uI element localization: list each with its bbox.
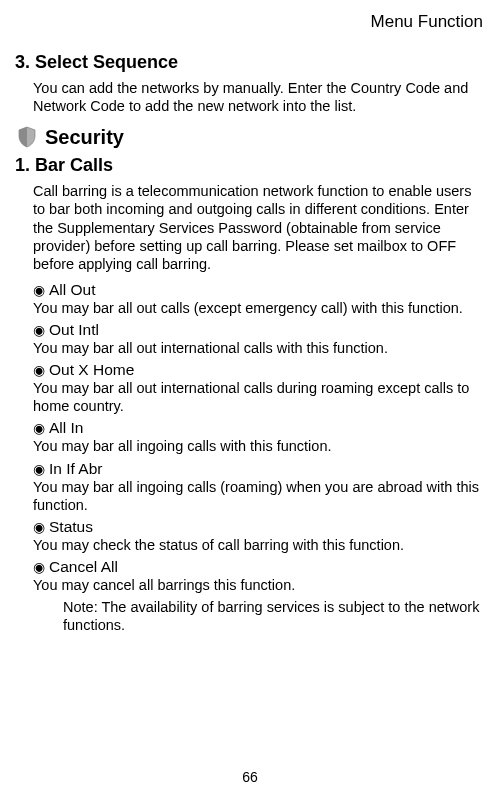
security-heading-row: Security xyxy=(15,125,485,149)
bullet-icon: ◉ xyxy=(33,462,45,476)
bullet-icon: ◉ xyxy=(33,560,45,574)
item-status-title: ◉ Status xyxy=(33,518,485,536)
item-all-out-title: ◉ All Out xyxy=(33,281,485,299)
item-all-out-desc: You may bar all out calls (except emerge… xyxy=(33,299,485,317)
bullet-icon: ◉ xyxy=(33,283,45,297)
item-label: All In xyxy=(49,419,83,437)
bar-calls-note: Note: The availability of barring servic… xyxy=(63,598,485,634)
item-status-desc: You may check the status of call barring… xyxy=(33,536,485,554)
item-cancel-all-desc: You may cancel all barrings this functio… xyxy=(33,576,485,594)
item-label: Cancel All xyxy=(49,558,118,576)
item-out-intl-desc: You may bar all out international calls … xyxy=(33,339,485,357)
item-in-if-abr-desc: You may bar all ingoing calls (roaming) … xyxy=(33,478,485,514)
item-label: In If Abr xyxy=(49,460,102,478)
item-out-x-home-desc: You may bar all out international calls … xyxy=(33,379,485,415)
section-select-sequence-title: 3. Select Sequence xyxy=(15,52,485,73)
item-out-intl-title: ◉ Out Intl xyxy=(33,321,485,339)
item-label: Status xyxy=(49,518,93,536)
bullet-icon: ◉ xyxy=(33,323,45,337)
bar-calls-title: 1. Bar Calls xyxy=(15,155,485,176)
shield-icon xyxy=(15,125,39,149)
page-header: Menu Function xyxy=(15,12,485,32)
bar-calls-intro: Call barring is a telecommunication netw… xyxy=(33,182,485,273)
page-number: 66 xyxy=(0,769,500,785)
item-in-if-abr-title: ◉ In If Abr xyxy=(33,460,485,478)
section-select-sequence-body: You can add the networks by manually. En… xyxy=(33,79,485,115)
item-all-in-title: ◉ All In xyxy=(33,419,485,437)
bullet-icon: ◉ xyxy=(33,363,45,377)
item-out-x-home-title: ◉ Out X Home xyxy=(33,361,485,379)
bullet-icon: ◉ xyxy=(33,421,45,435)
item-cancel-all-title: ◉ Cancel All xyxy=(33,558,485,576)
item-label: Out X Home xyxy=(49,361,134,379)
item-all-in-desc: You may bar all ingoing calls with this … xyxy=(33,437,485,455)
security-title: Security xyxy=(45,126,124,149)
item-label: Out Intl xyxy=(49,321,99,339)
bullet-icon: ◉ xyxy=(33,520,45,534)
item-label: All Out xyxy=(49,281,96,299)
